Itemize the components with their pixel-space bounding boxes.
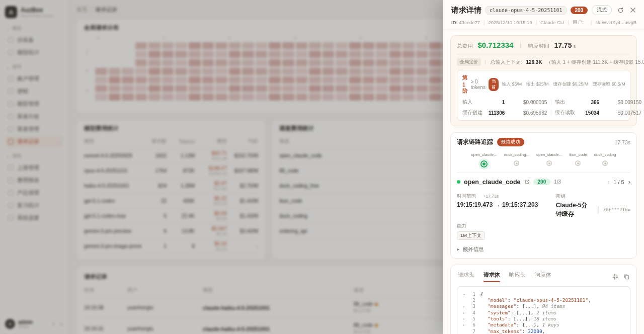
tab-请求体[interactable]: 请求体 — [484, 271, 500, 282]
payload-toolbar — [612, 274, 629, 280]
tier-cell-cost: $0.695662 — [505, 110, 547, 116]
collapse-panel-icon[interactable] — [612, 274, 618, 280]
stream-badge: 流式 — [592, 5, 612, 15]
screen: A AuzBox Multi AI Relay Console ⌄概览仪表盘模型… — [0, 0, 644, 334]
request-id-label: ID: — [451, 20, 458, 25]
tier-name: 第 1 阶 — [462, 74, 468, 95]
refresh-icon[interactable] — [617, 7, 624, 14]
tier-cell-count: 1 — [489, 100, 505, 105]
token: 94 items — [542, 303, 566, 309]
trace-card: 请求链路追踪 最终成功 17.73s open_claude...duck_co… — [450, 132, 637, 259]
token: 18 items — [534, 316, 557, 321]
expand-node-icon[interactable]: › — [460, 311, 467, 315]
close-icon[interactable] — [630, 7, 636, 13]
drawer-title: 请求详情 — [451, 6, 481, 15]
trace-node-label: open_claude... — [536, 152, 562, 157]
prev-page-icon[interactable]: ‹ — [607, 178, 609, 186]
tier-cell-count: 15034 — [585, 110, 599, 116]
request-meta: ID: 43cede77 | 2025/12/10 19:15:19 | Cla… — [451, 19, 636, 26]
token: 2 items — [536, 310, 556, 315]
model-badge: claude-opus-4-5-20251101 — [486, 6, 567, 15]
expand-node-icon[interactable]: › — [460, 317, 467, 321]
trace-node-label: open_claude... — [471, 152, 497, 157]
token: "tools" — [488, 316, 508, 321]
context-total-value: 126.3K — [526, 59, 542, 65]
tab-响应头[interactable]: 响应头 — [509, 271, 526, 282]
request-user-label: 用户: — [573, 19, 584, 26]
code-text: "metadata": {...}, 1 keys — [480, 322, 559, 327]
key-name: Claude-5分钟缓存 — [556, 201, 593, 218]
trace-node-dot-icon — [480, 160, 488, 168]
code-text: "system": [...], 2 items — [480, 310, 556, 315]
code-line: 2"model": "claude-opus-4-5-20251101", — [460, 297, 627, 303]
trace-node[interactable]: duck_coding — [594, 152, 616, 168]
trace-node[interactable]: open_claude... — [536, 152, 562, 168]
line-number: 5 — [467, 316, 475, 321]
context-total-detail: （输入 1 + 缓存创建 111.3K + 缓存读取 15.0K） — [546, 59, 644, 66]
tier-cell-label: 缓存读取 — [555, 109, 585, 116]
trace-node-label: duck_coding — [594, 152, 616, 157]
total-cost-value: $0.712334 — [478, 41, 514, 49]
tier-cell-cost: $0.007517 — [599, 110, 641, 116]
line-number: 4 — [467, 310, 475, 315]
tier-cell-cost: $0.000005 — [505, 100, 547, 105]
trace-node[interactable]: open_claude... — [471, 152, 497, 168]
code-text: "messages": [...], 94 items — [480, 303, 565, 309]
token: "max_tokens" — [488, 328, 522, 334]
token: : {...}, — [516, 322, 542, 327]
request-time: 2025/12/10 19:15:19 — [489, 20, 532, 25]
tier-cell-cost: $0.009150 — [599, 100, 641, 105]
response-time-unit: s — [573, 43, 576, 49]
trace-node-dot-icon — [546, 160, 552, 166]
tier-rate: 输出 $25/M — [526, 81, 549, 88]
tier-rate: 缓存读取 $0.5/M — [593, 81, 625, 88]
tier-current-badge: 当前 — [489, 78, 499, 91]
trace-node[interactable]: duck_coding... — [504, 152, 529, 168]
json-viewer: ›1{2"model": "claude-opus-4-5-20251101",… — [457, 286, 630, 334]
token: : [...], — [516, 303, 542, 309]
token: "system" — [488, 310, 511, 315]
request-client: Claude CLI — [540, 20, 565, 25]
trace-duration: 17.73s — [614, 139, 630, 145]
line-number: 2 — [467, 297, 475, 303]
tab-响应体[interactable]: 响应体 — [535, 271, 551, 282]
drawer-scrim[interactable] — [0, 0, 443, 334]
code-line: ›3"messages": [...], 94 items — [460, 303, 627, 309]
context-total-label: 总输入上下文: — [491, 59, 522, 66]
tier-rate: 输入 $5/M — [502, 81, 522, 88]
drawer-header: 请求详情 claude-opus-4-5-20251101 200 流式 ID:… — [443, 0, 644, 30]
external-link-icon[interactable] — [524, 179, 530, 185]
tab-请求头[interactable]: 请求头 — [458, 271, 474, 282]
token: "claude-opus-4-5-20251101" — [514, 297, 589, 303]
token: "model" — [488, 297, 508, 303]
tier-divider — [551, 110, 551, 116]
tier-cell-label: 缓存创建 — [462, 109, 489, 116]
token: 1 keys — [542, 322, 559, 327]
key-masked-value: Z0F***PT0= — [603, 207, 630, 212]
code-line: 7"max_tokens": 32000, — [460, 328, 627, 334]
payload-tabbar: 请求头请求体响应头响应体 — [457, 270, 630, 282]
collapse-node-icon[interactable]: › — [461, 291, 466, 298]
expand-node-icon[interactable]: › — [460, 323, 467, 327]
code-line: ›4"system": [...], 2 items — [460, 309, 627, 315]
token: "messages" — [488, 303, 516, 309]
trace-node-dot-icon — [575, 160, 581, 166]
page-indicator: 1 / 5 — [613, 179, 624, 185]
token: , — [588, 297, 591, 303]
tier-cell-count: 366 — [585, 100, 599, 105]
copy-icon[interactable] — [623, 274, 629, 280]
trace-node-dot-icon — [514, 160, 519, 166]
trace-node[interactable]: ikun_code — [569, 152, 587, 168]
code-text: "model": "claude-opus-4-5-20251101", — [480, 297, 591, 303]
token: { — [480, 291, 484, 297]
total-cost-label: 总费用 — [457, 43, 473, 50]
payload-card: 请求头请求体响应头响应体 ›1{2"model": "claude-opus-4… — [450, 265, 637, 334]
next-page-icon[interactable]: › — [628, 178, 630, 186]
tier-rate: 缓存创建 $6.25/M — [553, 81, 588, 88]
time-range-label: 时间范围 — [457, 193, 476, 199]
extra-info-toggle[interactable]: ▶ 额外信息 — [457, 246, 630, 253]
token: "metadata" — [488, 322, 516, 327]
trace-node-dot-icon — [602, 160, 608, 166]
code-line: ›6"metadata": {...}, 1 keys — [460, 322, 627, 328]
expand-node-icon[interactable]: › — [460, 304, 467, 309]
